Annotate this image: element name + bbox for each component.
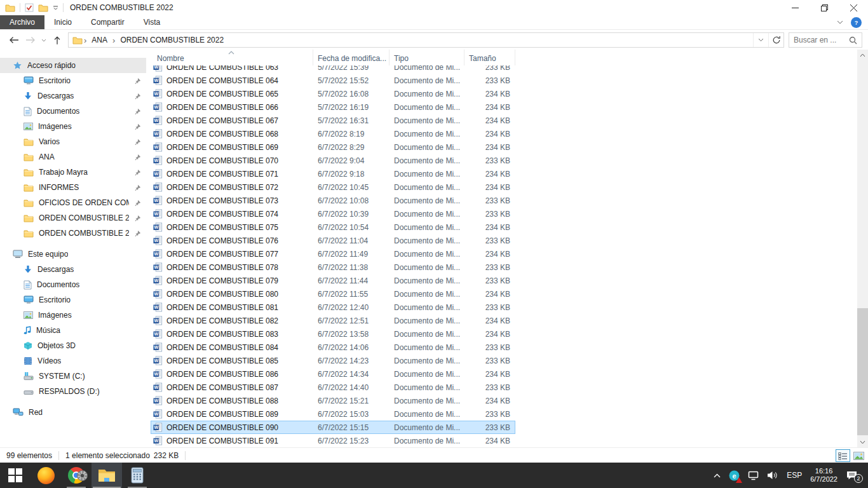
scroll-up-icon[interactable] [857, 50, 868, 60]
taskbar-calculator-button[interactable] [122, 463, 153, 488]
sidebar-item-label: Escritorio [39, 295, 71, 304]
sidebar-item-orden-combustible-2022[interactable]: ORDEN COMBUSTIBLE 2022 [0, 226, 146, 241]
network-tray-icon[interactable] [748, 471, 759, 480]
sidebar-item-ana[interactable]: ANA [0, 149, 146, 165]
file-row-068[interactable]: WORDEN DE COMBUSTIBLE 0686/7/2022 8:19Do… [151, 127, 515, 140]
column-header-size[interactable]: Tamaño [465, 50, 515, 65]
file-row-085[interactable]: WORDEN DE COMBUSTIBLE 0856/7/2022 14:23D… [151, 354, 515, 367]
sidebar-item-respaldos-d-[interactable]: RESPALDOS (D:) [0, 384, 146, 399]
details-view-button[interactable] [836, 449, 850, 462]
file-row-078[interactable]: WORDEN DE COMBUSTIBLE 0786/7/2022 11:38D… [151, 261, 515, 274]
minimize-button[interactable] [780, 0, 810, 15]
file-row-077[interactable]: WORDEN DE COMBUSTIBLE 0776/7/2022 11:49D… [151, 247, 515, 261]
sidebar-item-documentos[interactable]: Documentos [0, 104, 146, 119]
taskbar-chrome-button[interactable] [61, 463, 92, 488]
sidebar-item-descargas[interactable]: Descargas [0, 88, 146, 104]
column-header-date[interactable]: Fecha de modifica... [313, 50, 390, 65]
file-row-087[interactable]: WORDEN DE COMBUSTIBLE 0876/7/2022 14:40D… [151, 381, 515, 394]
language-indicator[interactable]: ESP [787, 471, 802, 480]
tray-expand-chevron-icon[interactable] [714, 473, 721, 478]
sidebar-item-system-c-[interactable]: SYSTEM (C:) [0, 369, 146, 384]
sidebar-item-objetos-3d[interactable]: Objetos 3D [0, 338, 146, 353]
notification-center-icon[interactable]: 2 [846, 470, 858, 480]
sidebar-item-red[interactable]: Red [0, 405, 146, 420]
qat-customize-chevron-icon[interactable] [53, 6, 58, 10]
svg-text:W: W [154, 372, 158, 376]
tab-compartir[interactable]: Compartir [81, 15, 134, 29]
close-button[interactable] [839, 0, 868, 15]
scroll-down-icon[interactable] [857, 437, 868, 447]
recent-locations-chevron-icon[interactable] [39, 32, 49, 48]
qat-new-folder-icon[interactable] [38, 4, 48, 12]
file-row-071[interactable]: WORDEN DE COMBUSTIBLE 0716/7/2022 9:18Do… [151, 167, 515, 180]
taskbar-firefox-button[interactable] [31, 463, 61, 488]
file-row-079[interactable]: WORDEN DE COMBUSTIBLE 0796/7/2022 11:44D… [151, 274, 515, 287]
scrollbar-thumb[interactable] [857, 308, 868, 435]
sidebar-item-informes[interactable]: INFORMES [0, 180, 146, 195]
file-row-070[interactable]: WORDEN DE COMBUSTIBLE 0706/7/2022 9:04Do… [151, 154, 515, 167]
address-bar[interactable]: ›ANA›ORDEN COMBUSTIBLE 2022 [68, 32, 784, 48]
sidebar-item-documentos[interactable]: Documentos [0, 277, 146, 292]
file-row-081[interactable]: WORDEN DE COMBUSTIBLE 0816/7/2022 12:40D… [151, 301, 515, 314]
volume-icon[interactable] [767, 471, 778, 480]
search-input[interactable]: Buscar en ... [789, 32, 862, 48]
file-row-073[interactable]: WORDEN DE COMBUSTIBLE 0736/7/2022 10:08D… [151, 194, 515, 207]
file-row-064[interactable]: WORDEN DE COMBUSTIBLE 0645/7/2022 15:52D… [151, 74, 515, 87]
file-row-076[interactable]: WORDEN DE COMBUSTIBLE 0766/7/2022 11:04D… [151, 234, 515, 247]
sidebar-item-label: Vídeos [37, 356, 61, 365]
file-row-074[interactable]: WORDEN DE COMBUSTIBLE 0746/7/2022 10:39D… [151, 207, 515, 220]
file-row-084[interactable]: WORDEN DE COMBUSTIBLE 0846/7/2022 14:06D… [151, 341, 515, 354]
sidebar-item-escritorio[interactable]: Escritorio [0, 73, 146, 88]
sidebar-item-descargas[interactable]: Descargas [0, 262, 146, 277]
address-dropdown-chevron-icon[interactable] [753, 33, 768, 47]
tab-vista[interactable]: Vista [134, 15, 170, 29]
start-button[interactable] [0, 463, 31, 488]
sidebar-item-música[interactable]: Música [0, 323, 146, 338]
tab-archivo[interactable]: Archivo [0, 15, 44, 29]
file-row-091[interactable]: WORDEN DE COMBUSTIBLE 0916/7/2022 15:23D… [151, 434, 515, 447]
taskbar-explorer-button[interactable] [92, 463, 122, 488]
file-row-089[interactable]: WORDEN DE COMBUSTIBLE 0896/7/2022 15:03D… [151, 407, 515, 421]
breadcrumb-segment[interactable]: ANA [88, 36, 111, 44]
sidebar-item-imágenes[interactable]: Imágenes [0, 119, 146, 134]
breadcrumb-segment[interactable]: ORDEN COMBUSTIBLE 2022 [116, 36, 227, 44]
sidebar-item-vídeos[interactable]: Vídeos [0, 353, 146, 369]
file-row-072[interactable]: WORDEN DE COMBUSTIBLE 0726/7/2022 10:45D… [151, 180, 515, 194]
sidebar-item-este-equipo[interactable]: Este equipo [0, 247, 146, 262]
clock[interactable]: 16:16 6/7/2022 [810, 467, 837, 484]
column-header-type[interactable]: Tipo [390, 50, 465, 65]
restore-button[interactable] [810, 0, 839, 15]
sidebar-item-escritorio[interactable]: Escritorio [0, 292, 146, 308]
eset-antivirus-icon[interactable]: e [729, 470, 740, 481]
file-row-088[interactable]: WORDEN DE COMBUSTIBLE 0886/7/2022 15:21D… [151, 394, 515, 407]
large-icons-view-button[interactable] [851, 449, 866, 462]
file-row-065[interactable]: WORDEN DE COMBUSTIBLE 0655/7/2022 16:08D… [151, 87, 515, 100]
vertical-scrollbar[interactable] [857, 50, 868, 447]
file-row-066[interactable]: WORDEN DE COMBUSTIBLE 0665/7/2022 16:19D… [151, 100, 515, 114]
sidebar-item-orden-combustible-2022[interactable]: ORDEN COMBUSTIBLE 2022 [0, 210, 146, 226]
file-row-075[interactable]: WORDEN DE COMBUSTIBLE 0756/7/2022 10:54D… [151, 220, 515, 234]
back-icon[interactable] [6, 32, 22, 48]
file-row-067[interactable]: WORDEN DE COMBUSTIBLE 0675/7/2022 16:31D… [151, 114, 515, 127]
tab-inicio[interactable]: Inicio [44, 15, 81, 29]
file-row-080[interactable]: WORDEN DE COMBUSTIBLE 0806/7/2022 11:55D… [151, 287, 515, 301]
file-size: 234 KB [465, 103, 515, 112]
file-row-090[interactable]: WORDEN DE COMBUSTIBLE 0906/7/2022 15:15D… [151, 421, 515, 434]
refresh-icon[interactable] [768, 33, 783, 47]
sidebar-item-varios[interactable]: Varios [0, 134, 146, 149]
up-icon[interactable] [49, 32, 65, 48]
file-row-086[interactable]: WORDEN DE COMBUSTIBLE 0866/7/2022 14:34D… [151, 367, 515, 381]
file-date: 6/7/2022 11:44 [313, 276, 390, 285]
sidebar-item-imágenes[interactable]: Imágenes [0, 308, 146, 323]
file-row-083[interactable]: WORDEN DE COMBUSTIBLE 0836/7/2022 13:58D… [151, 327, 515, 341]
file-row-082[interactable]: WORDEN DE COMBUSTIBLE 0826/7/2022 12:51D… [151, 314, 515, 327]
sidebar-item-trabajo-mayra[interactable]: Trabajo Mayra [0, 165, 146, 180]
collapse-ribbon-chevron-icon[interactable] [837, 20, 843, 24]
sidebar-item-oficios-de-orden-combu[interactable]: OFICIOS DE ORDEN COMBU [0, 195, 146, 210]
column-header-name[interactable]: Nombre [151, 50, 313, 65]
sidebar-item-acceso-rápido[interactable]: Acceso rápido [0, 58, 146, 73]
file-row-069[interactable]: WORDEN DE COMBUSTIBLE 0696/7/2022 8:29Do… [151, 140, 515, 154]
help-icon[interactable]: ? [851, 17, 862, 28]
forward-icon[interactable] [22, 32, 39, 48]
qat-checkbox-icon[interactable] [25, 3, 34, 12]
